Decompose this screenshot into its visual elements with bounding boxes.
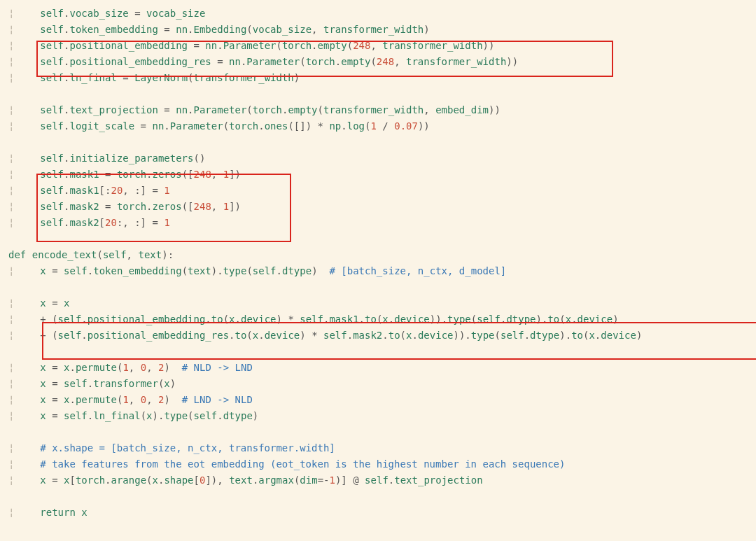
code-line: ¦ self.initialize_parameters() xyxy=(8,150,756,167)
gutter-mark: ¦ xyxy=(8,38,22,54)
gutter-mark: ¦ xyxy=(8,6,22,22)
code-line: ¦ x = x[torch.arange(x.shape[0]), text.a… xyxy=(8,472,756,489)
code-line: ¦ self.mask1[:20, :] = 1 xyxy=(8,183,756,199)
code-line: ¦ x = x xyxy=(8,295,756,311)
code-line: ¦ self.mask2 = torch.zeros([248, 1]) xyxy=(8,199,756,215)
code-line: ¦ self.text_projection = nn.Parameter(to… xyxy=(8,102,756,118)
blank-line xyxy=(8,134,756,150)
code-line: ¦ # x.shape = [batch_size, n_ctx, transf… xyxy=(8,440,756,456)
code-line: ¦ x = self.transformer(x) xyxy=(8,376,756,392)
code-line: ¦ + (self.positional_embedding.to(x.devi… xyxy=(8,311,756,328)
code-line: ¦ self.vocab_size = vocab_size xyxy=(8,6,756,22)
code-line: ¦ self.positional_embedding = nn.Paramet… xyxy=(8,38,756,54)
blank-line xyxy=(8,344,756,360)
gutter-mark: ¦ xyxy=(8,392,22,408)
code-block: ¦ self.vocab_size = vocab_size ¦ self.to… xyxy=(8,6,756,521)
code-line: ¦ self.positional_embedding_res = nn.Par… xyxy=(8,54,756,70)
code-line: ¦ self.token_embedding = nn.Embedding(vo… xyxy=(8,22,756,38)
code-line: ¦ self.mask2[20:, :] = 1 xyxy=(8,215,756,231)
gutter-mark: ¦ xyxy=(8,472,22,489)
code-line: ¦ x = x.permute(1, 0, 2) # NLD -> LND xyxy=(8,360,756,376)
gutter-mark: ¦ xyxy=(8,440,22,456)
code-line: ¦ self.mask1 = torch.zeros([248, 1]) xyxy=(8,167,756,183)
blank-line xyxy=(8,279,756,295)
gutter-mark: ¦ xyxy=(8,167,22,183)
gutter-mark: ¦ xyxy=(8,456,22,472)
code-line: ¦ x = self.ln_final(x).type(self.dtype) xyxy=(8,408,756,424)
gutter-mark: ¦ xyxy=(8,54,22,70)
gutter-mark: ¦ xyxy=(8,183,22,199)
gutter-mark: ¦ xyxy=(8,263,22,279)
code-line: ¦ # take features from the eot embedding… xyxy=(8,456,756,472)
gutter-mark: ¦ xyxy=(8,376,22,392)
code-line: ¦ self.logit_scale = nn.Parameter(torch.… xyxy=(8,118,756,134)
gutter-mark: ¦ xyxy=(8,70,22,86)
blank-line xyxy=(8,86,756,102)
gutter-mark: ¦ xyxy=(8,295,22,311)
code-line: ¦ self.ln_final = LayerNorm(transformer_… xyxy=(8,70,756,86)
gutter-mark: ¦ xyxy=(8,311,22,328)
blank-line xyxy=(8,489,756,505)
gutter-mark: ¦ xyxy=(8,215,22,231)
code-line: ¦ x = self.token_embedding(text).type(se… xyxy=(8,263,756,279)
gutter-mark: ¦ xyxy=(8,328,22,344)
gutter-mark: ¦ xyxy=(8,408,22,424)
gutter-mark: ¦ xyxy=(8,199,22,215)
gutter-mark: ¦ xyxy=(8,360,22,376)
blank-line xyxy=(8,424,756,440)
gutter-mark: ¦ xyxy=(8,118,22,134)
gutter-mark: ¦ xyxy=(8,102,22,118)
code-line: ¦ return x xyxy=(8,505,756,521)
code-line: def encode_text(self, text): xyxy=(8,247,756,263)
gutter-mark: ¦ xyxy=(8,22,22,38)
code-line: ¦ x = x.permute(1, 0, 2) # LND -> NLD xyxy=(8,392,756,408)
gutter-mark: ¦ xyxy=(8,505,22,521)
code-line: ¦ + (self.positional_embedding_res.to(x.… xyxy=(8,328,756,344)
blank-line xyxy=(8,231,756,247)
gutter-mark: ¦ xyxy=(8,150,22,167)
